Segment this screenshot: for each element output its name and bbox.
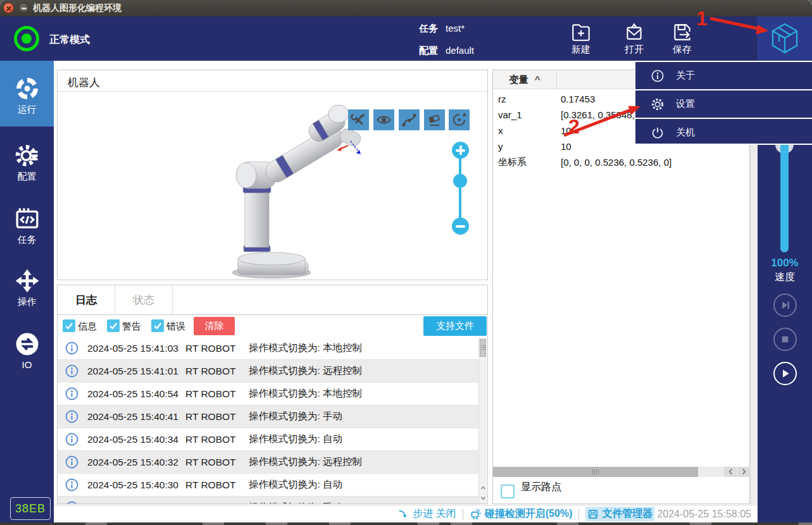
log-row: 2024-05-25 15:40:08 RT ROBOT 操作模式切换为: 手动 <box>58 497 480 504</box>
info-icon <box>65 364 78 378</box>
info-icon <box>65 387 78 400</box>
view-rotate-button[interactable] <box>449 109 470 130</box>
sidebar-item-config[interactable]: 配置 <box>0 128 54 191</box>
sidebar-item-operate[interactable]: 操作 <box>0 253 54 316</box>
info-icon <box>65 478 78 491</box>
chevron-left-icon <box>727 467 734 476</box>
log-row: 2024-05-25 15:40:54 RT ROBOT 操作模式切换为: 本地… <box>58 383 480 405</box>
window-minimize-button[interactable] <box>18 3 29 13</box>
log-time: 2024-05-25 15:40:30 <box>87 479 185 491</box>
collision-detection-toggle[interactable]: 碰撞检测开启(50%) <box>470 507 573 521</box>
log-scrollbar-thumb[interactable] <box>480 339 486 357</box>
zoom-in-button[interactable] <box>452 142 469 159</box>
view-tools-button[interactable] <box>348 109 369 130</box>
variables-header-cell[interactable]: 变量 ^ <box>493 70 557 89</box>
view-path-button[interactable] <box>399 109 420 130</box>
variables-header-label: 变量 <box>509 74 528 85</box>
scroll-right-button[interactable] <box>737 467 750 477</box>
save-button[interactable]: 保存 <box>656 18 709 59</box>
status-badge[interactable]: 38EB <box>10 497 51 520</box>
config-value: default <box>446 45 474 56</box>
log-source: RT ROBOT <box>185 457 240 468</box>
menu-item-about[interactable]: 关于 <box>635 62 812 90</box>
show-waypoints-checkbox[interactable] <box>501 485 515 498</box>
check-icon <box>64 321 74 331</box>
log-scrollbar[interactable] <box>478 338 487 503</box>
support-file-button[interactable]: 支持文件 <box>423 316 487 336</box>
log-row: 2024-05-25 15:40:32 RT ROBOT 操作模式切换为: 远程… <box>58 451 480 474</box>
filter-info-checkbox[interactable] <box>63 319 75 332</box>
play-icon <box>778 367 792 380</box>
scroll-left-button[interactable] <box>724 467 737 477</box>
log-message: 操作模式切换为: 本地控制 <box>249 342 480 355</box>
log-row: 2024-05-25 15:41:03 RT ROBOT 操作模式切换为: 本地… <box>58 337 480 360</box>
tab-status[interactable]: 状态 <box>115 285 173 316</box>
log-time: 2024-05-25 15:40:32 <box>87 457 185 468</box>
new-folder-icon <box>570 21 592 44</box>
info-icon <box>65 455 78 469</box>
log-source: RT ROBOT <box>185 479 240 491</box>
view-visibility-button[interactable] <box>373 109 394 130</box>
log-filter-row: 信息 警告 错误 清除 支持文件 <box>57 315 488 337</box>
code-window-icon <box>15 206 40 232</box>
collapse-caret: ^ <box>535 74 540 85</box>
variable-name: y <box>498 141 561 152</box>
zoom-slider-handle[interactable] <box>453 174 467 188</box>
speed-slider-track[interactable] <box>780 142 789 252</box>
step-arrow-icon <box>398 509 409 520</box>
run-icon <box>15 76 40 101</box>
sidebar-item-io[interactable]: IO <box>0 316 54 380</box>
play-button[interactable] <box>773 362 797 385</box>
log-message: 操作模式切换为: 自动 <box>249 478 480 491</box>
cube-logo-icon <box>766 20 803 57</box>
open-button[interactable]: 打开 <box>608 18 661 59</box>
gear-icon <box>15 143 40 168</box>
menu-item-settings[interactable]: 设置 <box>635 90 812 119</box>
show-waypoints-row: 显示路点 <box>501 479 561 495</box>
brand-menu-button[interactable] <box>757 16 812 61</box>
robot-3d-panel: 机器人 <box>57 70 488 280</box>
menu-item-shutdown[interactable]: 关机 <box>635 119 812 146</box>
window-close-button[interactable] <box>3 3 14 13</box>
title-bar: 机器人图形化编程环境 <box>0 0 812 16</box>
step-forward-button[interactable] <box>773 293 797 317</box>
log-message: 操作模式切换为: 本地控制 <box>249 387 480 400</box>
log-message: 操作模式切换为: 自动 <box>249 433 480 446</box>
robot-3d-viewport[interactable] <box>58 70 487 280</box>
log-time: 2024-05-25 15:40:34 <box>87 434 185 445</box>
system-dropdown-menu: 关于 设置 关机 <box>634 61 812 145</box>
variable-name: x <box>498 125 561 136</box>
task-row: 任务test* <box>419 23 465 35</box>
stop-button[interactable] <box>773 328 797 351</box>
scroll-down-button[interactable] <box>479 493 487 503</box>
filter-error-checkbox[interactable] <box>151 319 164 332</box>
filter-error-label: 错误 <box>166 321 185 333</box>
stop-icon <box>778 333 792 346</box>
move-icon <box>15 268 40 293</box>
variables-h-scrollbar[interactable] <box>493 467 749 477</box>
zoom-out-button[interactable] <box>452 218 469 235</box>
filter-warning-label: 警告 <box>122 321 141 333</box>
view-erase-button[interactable] <box>424 109 445 130</box>
file-manager-button[interactable]: 文件管理器 <box>585 507 654 521</box>
tab-log[interactable]: 日志 <box>58 285 115 316</box>
new-button[interactable]: 新建 <box>554 18 608 59</box>
filter-warning-checkbox[interactable] <box>107 319 120 332</box>
log-message: 操作模式切换为: 手动 <box>249 501 480 504</box>
log-time: 2024-05-25 15:40:54 <box>87 388 185 400</box>
clear-log-button[interactable]: 清除 <box>194 317 235 335</box>
sidebar-item-task[interactable]: 任务 <box>0 191 54 254</box>
info-icon <box>65 501 78 504</box>
window-title: 机器人图形化编程环境 <box>33 3 122 14</box>
scroll-up-button[interactable] <box>479 483 487 493</box>
rotate-icon <box>451 111 468 128</box>
zoom-slider-track[interactable] <box>459 158 461 219</box>
show-waypoints-label: 显示路点 <box>521 481 561 494</box>
variables-h-scrollbar-thumb[interactable] <box>493 467 698 477</box>
status-timestamp: 2024-05-25 15:58:05 <box>657 509 751 520</box>
step-mode-toggle[interactable]: 步进 关闭 <box>398 507 456 521</box>
log-row: 2024-05-25 15:40:41 RT ROBOT 操作模式切换为: 手动 <box>58 405 480 428</box>
variable-name: 坐标系 <box>498 156 561 168</box>
chevron-up-icon <box>480 484 487 492</box>
sidebar-item-run[interactable]: 运行 <box>0 61 54 127</box>
